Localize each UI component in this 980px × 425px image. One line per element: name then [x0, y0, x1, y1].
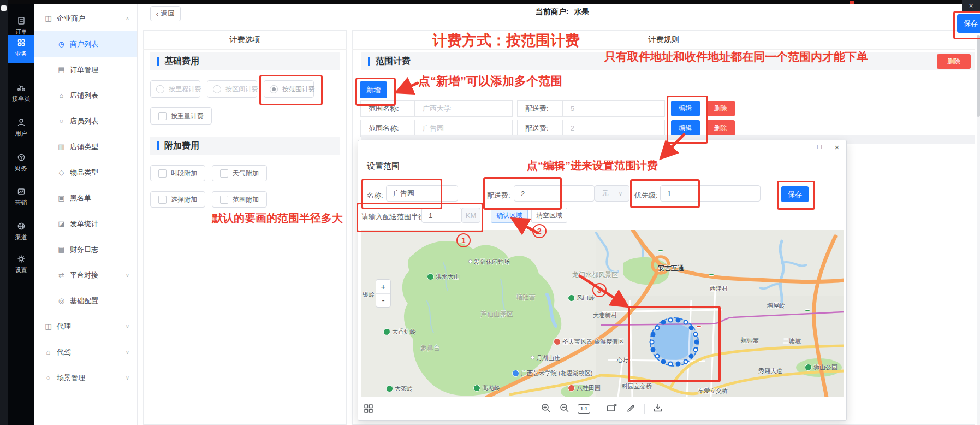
delete-range-button[interactable]: 删除 — [706, 101, 735, 116]
sidebar-menu-item[interactable]: ◷ 商户列表 — [34, 31, 137, 57]
billing-mode-radio[interactable]: 按范围计费 — [264, 80, 314, 98]
circle-handle[interactable] — [668, 362, 673, 367]
sidebar-menu-item[interactable]: ⇄ 平台对接 ∨ — [34, 262, 137, 288]
circle-handle[interactable] — [651, 332, 656, 337]
map-zoom-in-button[interactable]: + — [376, 280, 390, 294]
rail-item-users[interactable]: 用户 — [8, 115, 34, 141]
range-name-value[interactable]: 广西大学 — [414, 100, 513, 117]
annotation-radius-note: 默认的要画的范围半径多大 — [212, 211, 343, 226]
download-icon[interactable] — [652, 403, 663, 415]
extra-fee-checkbox[interactable]: 范围附加 — [212, 191, 267, 208]
modal-maximize-button[interactable]: □ — [815, 143, 824, 151]
circle-handle[interactable] — [676, 317, 681, 322]
priority-input[interactable]: 1 — [660, 185, 761, 202]
fee-unit-select[interactable]: 元 ∨ — [595, 185, 629, 202]
window-close-button[interactable]: × — [962, 0, 980, 11]
range-fee-value[interactable]: 2 — [562, 120, 665, 137]
circle-handle[interactable] — [661, 320, 666, 325]
extra-fee-checkbox[interactable]: 天气附加 — [212, 165, 267, 181]
confirm-area-button[interactable]: 确认区域 — [491, 208, 528, 223]
modal-minimize-button[interactable]: — — [796, 143, 806, 151]
circle-handle[interactable] — [693, 347, 698, 352]
map-marker-icon — [386, 385, 393, 392]
checkbox-icon — [158, 112, 167, 120]
rail-item-finance[interactable]: 财务 — [8, 150, 34, 176]
circle-handle[interactable] — [655, 325, 660, 330]
extra-fee-checkbox[interactable]: 时段附加 — [150, 165, 205, 181]
modal-close-button[interactable]: × — [832, 143, 842, 152]
rail-item-business[interactable]: 业务 — [8, 35, 34, 63]
rail-item-marketing[interactable]: 营销 — [8, 184, 34, 210]
circle-handle[interactable] — [683, 320, 688, 325]
sidebar-menu-item[interactable]: ▤ 订单管理 — [34, 57, 137, 82]
billing-mode-radio[interactable]: 按区间计费 — [207, 80, 257, 98]
circle-handle[interactable] — [689, 325, 694, 330]
map-canvas[interactable]: 发哥休闲钓场 洪水大山 银岭 — [361, 230, 844, 397]
road-badge — [709, 274, 714, 276]
map-place-label: 秀厢大道 — [758, 368, 782, 374]
rail-item-label: 财务 — [15, 164, 27, 173]
map-place-line1: 螺帅窝 — [741, 337, 759, 344]
circle-handle[interactable] — [689, 354, 694, 359]
edit-range-button[interactable]: 编辑 — [671, 120, 700, 136]
map-place-label: 狮山公园 — [805, 364, 838, 371]
sidebar-menu-item[interactable]: ▣ 黑名单 — [34, 185, 137, 211]
circle-handle[interactable] — [668, 317, 673, 322]
back-button[interactable]: ‹ 返回 — [150, 6, 181, 21]
sidebar-menu-item[interactable]: ⌂ 店铺列表 — [34, 82, 137, 108]
sidebar-menu-item[interactable]: ◎ 基础配置 — [34, 288, 137, 314]
radius-input[interactable]: 1 — [421, 208, 462, 223]
range-fee-value[interactable]: 5 — [562, 100, 665, 117]
sidebar-menu-item[interactable]: ◫ 代理 ∨ — [34, 314, 137, 339]
sidebar-menu-item[interactable]: ⌂ 代驾 ∨ — [34, 339, 137, 365]
range-circle[interactable] — [650, 317, 699, 367]
billing-mode-radio[interactable]: 按里程计费 — [150, 80, 200, 98]
fee-input[interactable]: 2 — [514, 185, 595, 202]
sidebar-menu-item[interactable]: ◫ 企业商户 ∧ — [34, 5, 137, 31]
clear-area-button[interactable]: 清空区域 — [531, 208, 567, 223]
sidebar-menu-item[interactable]: ▤ 财务日志 — [34, 237, 137, 262]
circle-handle[interactable] — [694, 340, 699, 345]
edge-app-icon[interactable] — [1, 5, 7, 11]
circle-handle[interactable] — [683, 359, 688, 364]
rail-item-settings[interactable]: 设置 — [8, 251, 34, 278]
add-range-button[interactable]: 新增 — [360, 81, 387, 98]
pencil-icon[interactable] — [626, 403, 637, 415]
circle-handle[interactable] — [693, 332, 698, 337]
menu-item-icon: ▣ — [57, 194, 66, 202]
rotate-icon[interactable] — [606, 403, 618, 415]
sidebar-menu-item[interactable]: ○ 店员列表 — [34, 108, 137, 134]
circle-handle[interactable] — [655, 354, 660, 359]
extra-fee-checkbox[interactable]: 选择附加 — [150, 191, 205, 208]
circle-handle[interactable] — [650, 340, 655, 345]
delete-range-button[interactable]: 删除 — [706, 120, 735, 136]
layers-grid-icon[interactable] — [364, 404, 373, 415]
range-section-delete-button[interactable]: 删除 — [937, 54, 971, 69]
menu-item-icon: ◪ — [57, 220, 66, 228]
sidebar-menu-item[interactable]: ◇ 物品类型 — [34, 160, 137, 185]
map-zoom-out-button[interactable]: - — [376, 294, 390, 308]
zoom-out-icon[interactable] — [559, 403, 570, 415]
map-place-text: 秀厢大道 — [758, 368, 782, 374]
actual-size-icon[interactable]: 1:1 — [578, 404, 590, 414]
chevron-icon: ∨ — [126, 375, 129, 381]
sidebar-menu-item[interactable]: ▥ 店铺类型 — [34, 134, 137, 160]
menu-item-label: 企业商户 — [57, 14, 85, 23]
range-name-value[interactable]: 广告园 — [414, 120, 513, 137]
sidebar-menu-item[interactable]: ◪ 发单统计 — [34, 211, 137, 237]
edit-range-button[interactable]: 编辑 — [671, 101, 700, 116]
scrollbar-thumb[interactable] — [977, 35, 980, 117]
modal-save-button[interactable]: 保存 — [781, 186, 809, 202]
menu-item-label: 商户列表 — [70, 39, 98, 49]
page-save-button[interactable]: 保存 — [957, 14, 980, 33]
weight-billing-checkbox[interactable]: 按重量计费 — [150, 107, 212, 125]
zoom-in-icon[interactable] — [541, 403, 551, 415]
rail-item-courier[interactable]: 接单员 — [8, 80, 34, 106]
circle-handle[interactable] — [661, 359, 666, 364]
circle-handle[interactable] — [651, 347, 656, 352]
rail-item-channels[interactable]: 渠道 — [8, 219, 34, 245]
name-input[interactable]: 广告园 — [386, 185, 458, 202]
sidebar-menu-item[interactable]: ○ 场景管理 ∨ — [34, 365, 137, 391]
map-place-label: 安吉互通 — [658, 265, 684, 271]
circle-handle[interactable] — [676, 362, 681, 367]
